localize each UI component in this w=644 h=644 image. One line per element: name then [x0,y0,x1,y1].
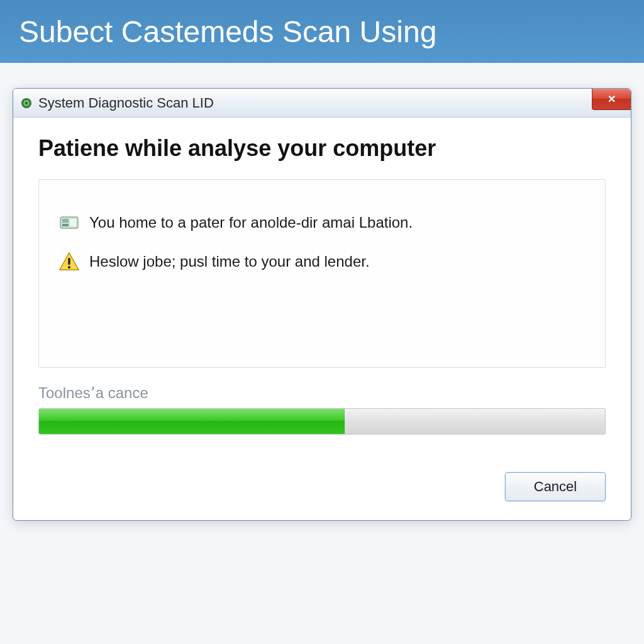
svg-point-9 [68,266,70,269]
progress-label: Toolnesʼa cance [38,384,606,402]
close-icon: ✕ [608,93,616,105]
info-row: You home to a pater for anolde-dir amai … [58,211,586,234]
progress-fill [39,409,345,434]
progress-bar [38,408,606,435]
scan-dialog: System Diagnostic Scan LID ✕ Patiene whi… [13,88,631,521]
top-banner: Subect Castemeds Scan Using [0,0,644,63]
close-button[interactable]: ✕ [592,89,631,110]
disk-icon [58,211,80,234]
dialog-titlebar[interactable]: System Diagnostic Scan LID ✕ [13,89,631,118]
svg-rect-4 [62,219,69,223]
dialog-heading: Patiene while analyse your computer [38,135,606,162]
svg-rect-5 [70,219,76,226]
cancel-button[interactable]: Cancel [505,472,606,501]
warning-icon [58,250,80,273]
svg-point-2 [25,102,28,104]
dialog-body: Patiene while analyse your computer You … [13,118,631,520]
info-row-text: You home to a pater for anolde-dir amai … [89,214,413,231]
desktop-area: System Diagnostic Scan LID ✕ Patiene whi… [0,63,644,644]
dialog-title: System Diagnostic Scan LID [38,95,214,111]
info-panel: You home to a pater for anolde-dir amai … [38,179,606,368]
banner-title: Subect Castemeds Scan Using [19,14,436,49]
svg-rect-6 [62,224,69,226]
dialog-footer: Cancel [38,472,606,501]
svg-rect-8 [68,258,70,265]
app-icon [21,97,32,109]
info-row-text: Heslow jobe; pusl time to your and lende… [89,253,370,270]
info-row: Heslow jobe; pusl time to your and lende… [58,250,586,273]
